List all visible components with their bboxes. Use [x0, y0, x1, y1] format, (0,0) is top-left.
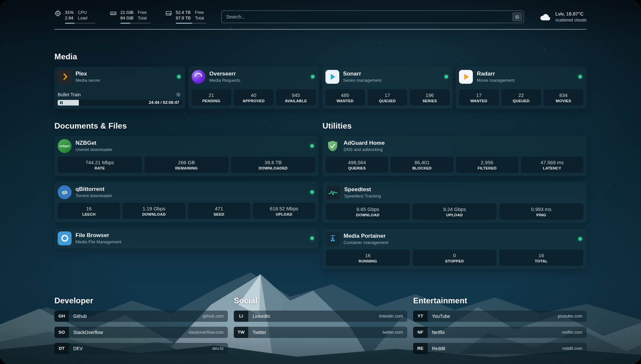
qbittorrent-service-link[interactable]: qb qBittorrent Torrent downloader [58, 185, 315, 199]
bookmark-github[interactable]: GH Github github.com [54, 311, 228, 322]
disk-icon [165, 10, 172, 17]
memory-labels: Free Total [138, 10, 147, 21]
bookmark-domain: youtube.com [558, 314, 587, 318]
media-section: Media Plex Media server Bullet Train [54, 52, 587, 109]
filebrowser-card: File Browser Media File Management [54, 228, 319, 249]
filebrowser-service-link[interactable]: File Browser Media File Management [58, 231, 315, 245]
service-name: File Browser [76, 232, 121, 239]
filebrowser-icon [58, 231, 72, 245]
service-name: qBittorrent [76, 186, 112, 193]
radarr-icon [459, 70, 473, 84]
status-dot [578, 237, 582, 241]
bookmark-domain: github.com [202, 314, 228, 318]
stat-series: 196 SERIES [410, 89, 449, 106]
search-provider-button[interactable]: G [512, 12, 522, 21]
bookmark-youtube[interactable]: YT YouTube youtube.com [413, 311, 587, 322]
search-bar: G [221, 11, 524, 23]
service-desc: Movie management [477, 78, 514, 83]
service-name: Media Portainer [344, 233, 388, 239]
nzbget-icon: nzbget [58, 139, 72, 153]
stat-queries: 498,564 QUERIES [326, 157, 388, 173]
cpu-progressbar [65, 23, 95, 24]
service-name: Plex [76, 71, 100, 77]
nzbget-card: nzbget NZBGet Usenet downloader 744.21 M… [54, 136, 319, 176]
cloud-icon [539, 13, 551, 21]
bookmark-netflix[interactable]: NF Netflix netflix.com [413, 327, 587, 338]
memory-progress-fill [120, 23, 130, 24]
plex-card: Plex Media server Bullet Train [54, 67, 185, 109]
cpu-icon [54, 10, 61, 17]
qbittorrent-card: qb qBittorrent Torrent downloader 16 LEE… [54, 182, 319, 222]
bookmark-linkedin[interactable]: LI LinkedIn linkedin.com [234, 311, 407, 322]
entertainment-section-title: Entertainment [413, 296, 587, 305]
sonarr-icon [325, 70, 339, 84]
service-desc: Media File Management [76, 239, 121, 244]
service-name: NZBGet [76, 140, 112, 146]
adguard-service-link[interactable]: AdGuard Home DNS and adblocking [326, 139, 583, 153]
documents-column: Documents & Files nzbget NZBGet Usenet d… [54, 121, 319, 275]
service-desc: DNS and adblocking [344, 147, 385, 152]
service-name: Overseerr [209, 71, 240, 77]
service-desc: Torrent downloader [76, 193, 112, 198]
bookmark-name: Github [69, 314, 87, 319]
bookmark-domain: reddit.com [562, 346, 587, 351]
status-dot [177, 75, 181, 78]
speedtest-service-link[interactable]: Speedtest Speedtest Tracking [326, 185, 583, 200]
sonarr-service-link[interactable]: Sonarr Series management [325, 70, 450, 84]
service-desc: Usenet downloader [76, 147, 112, 152]
overseerr-icon [192, 70, 205, 84]
status-dot [310, 190, 314, 194]
bookmark-name: Reddit [428, 346, 445, 351]
bookmark-abbr: TW [234, 327, 248, 338]
disk-progress-fill [176, 23, 192, 24]
stat-total: 16 TOTAL [499, 250, 583, 266]
pause-icon[interactable] [60, 101, 63, 104]
bookmark-domain: linkedin.com [379, 314, 407, 318]
cpu-load-value: 2.94 [65, 15, 74, 21]
nzbget-service-link[interactable]: nzbget NZBGet Usenet downloader [58, 139, 315, 153]
social-section-title: Social [234, 296, 407, 305]
bookmark-group-social: Social LI LinkedIn linkedin.com TW Twitt… [234, 296, 407, 359]
memory-progressbar [120, 23, 151, 24]
memory-widget: 21 GiB 64 GiB Free Total [110, 10, 151, 24]
stat-download: 9.65 Gbps DOWNLOAD [326, 203, 410, 220]
stat-blocked: 86,401 BLOCKED [391, 157, 453, 173]
cpu-labels: CPU Load [78, 10, 87, 21]
stars-decoration [0, 0, 1, 1]
stat-upload: 618.52 Mbps UPLOAD [253, 203, 315, 219]
portainer-crane-icon [326, 232, 340, 246]
bookmark-name: LinkedIn [248, 314, 270, 319]
adguard-card: AdGuard Home DNS and adblocking 498,564 … [322, 136, 587, 176]
stat-latency: 47.569 ms LATENCY [521, 157, 583, 173]
stat-seed: 471 SEED [188, 203, 250, 219]
radarr-service-link[interactable]: Radarr Movie management [459, 70, 583, 84]
cpu-usage: 31% [65, 10, 74, 15]
plex-service-link[interactable]: Plex Media server [58, 70, 182, 84]
cpu-progress-fill [65, 23, 75, 24]
bookmark-domain: stackoverflow.com [189, 330, 228, 335]
bookmark-name: DEV [69, 346, 83, 351]
overseerr-service-link[interactable]: Overseerr Media Requests [192, 70, 316, 84]
cpu-widget: 31% 2.94 CPU Load [54, 10, 95, 24]
gear-icon[interactable] [175, 92, 182, 97]
stat-remaining: 266 GB REMAINING [144, 157, 229, 173]
disk-labels: Free Total [195, 10, 204, 21]
stat-queued: 17 QUEUED [368, 89, 407, 106]
weather-widget: Lviv, 16.87°C scattered clouds [539, 11, 587, 23]
bookmark-stackoverflow[interactable]: SO StackOverflow stackoverflow.com [54, 327, 228, 338]
service-desc: Media Requests [209, 78, 240, 83]
search-input[interactable] [221, 11, 524, 23]
dashboard-screen: 31% 2.94 CPU Load [0, 0, 641, 364]
bookmark-abbr: LI [234, 311, 248, 322]
utilities-section-title: Utilities [322, 121, 587, 131]
bookmark-domain: netflix.com [562, 330, 587, 335]
page-content: 31% 2.94 CPU Load [0, 0, 641, 359]
bookmark-reddit[interactable]: RE Reddit reddit.com [413, 343, 587, 354]
service-name: Radarr [477, 71, 514, 77]
bookmark-dev[interactable]: DT DEV dev.to [54, 343, 228, 354]
portainer-service-link[interactable]: Media Portainer Container management [326, 232, 583, 246]
topbar-divider [54, 29, 587, 30]
cpu-values: 31% 2.94 [65, 10, 74, 21]
developer-section-title: Developer [54, 296, 228, 305]
bookmark-twitter[interactable]: TW Twitter twitter.com [234, 327, 407, 338]
